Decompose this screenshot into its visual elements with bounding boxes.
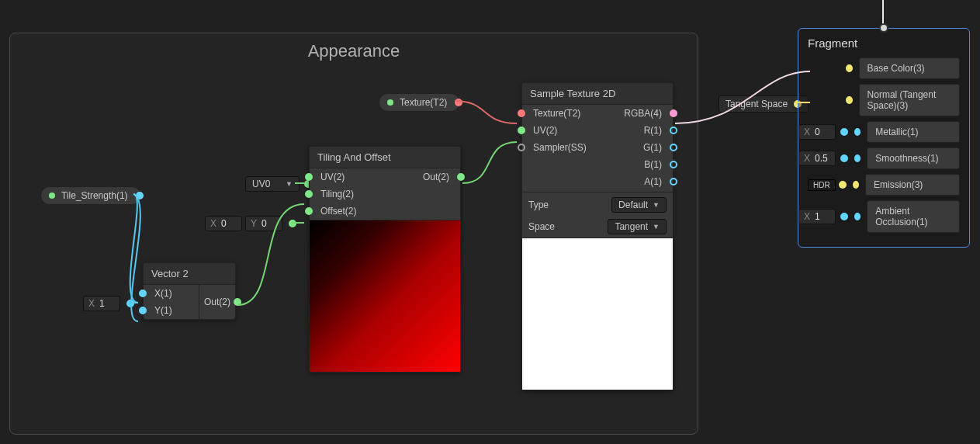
port-in-uv[interactable] <box>518 127 525 134</box>
field-value: 0 <box>221 218 237 229</box>
port-offset-ext[interactable] <box>289 220 296 227</box>
slot-metallic[interactable]: Metallic(1) <box>867 121 960 143</box>
node-header[interactable]: Sample Texture 2D <box>522 83 673 105</box>
port-master-context[interactable] <box>879 23 888 33</box>
property-tile-strength[interactable]: Tile_Strength(1) <box>40 186 141 205</box>
field-key: X <box>804 127 810 137</box>
field-label: Type <box>528 199 549 210</box>
port-in-base-color[interactable] <box>846 64 853 72</box>
dropdown-value: UV0 <box>252 179 270 189</box>
property-label: Texture(T2) <box>400 97 447 108</box>
field-key: X <box>88 298 95 309</box>
property-label: Tile_Strength(1) <box>61 190 128 201</box>
property-color-dot <box>387 99 393 106</box>
field-value: 1 <box>815 211 830 222</box>
dropdown-sample-space[interactable]: Tangent ▼ <box>608 219 667 234</box>
field-key: X <box>210 218 216 229</box>
port-label: RGBA(4) <box>624 108 662 119</box>
port-out-tiling[interactable] <box>457 173 465 181</box>
field-key: Y <box>251 218 257 229</box>
chip-tangent-space: Tangent Space <box>719 95 809 113</box>
port-label: Sampler(SS) <box>533 142 587 153</box>
slot-base-color[interactable]: Base Color(3) <box>859 57 960 79</box>
port-label: B(1) <box>644 159 662 170</box>
property-texture[interactable]: Texture(T2) <box>379 93 460 112</box>
port-out-rgba[interactable] <box>670 109 677 117</box>
badge-hdr[interactable]: HDR <box>808 179 836 191</box>
port-in-normal[interactable] <box>846 96 853 104</box>
port-out-g[interactable] <box>670 144 677 151</box>
port-in-ao[interactable] <box>854 213 861 220</box>
field-smoothness-default[interactable]: X 0.5 <box>798 151 836 166</box>
port-out-b[interactable] <box>670 161 677 168</box>
slot-emission[interactable]: Emission(3) <box>865 174 960 196</box>
node-sample-texture-2d[interactable]: Sample Texture 2D Texture(T2) RGBA(4) UV… <box>521 82 674 390</box>
node-preview <box>310 220 460 372</box>
port-in-sampler[interactable] <box>518 144 525 151</box>
field-label: Space <box>528 221 555 232</box>
field-value: 1 <box>99 298 115 309</box>
port-label: G(1) <box>643 142 662 153</box>
dropdown-value: Tangent <box>615 221 648 232</box>
port-pre-ao[interactable] <box>840 213 848 220</box>
dropdown-uv-channel[interactable]: UV0 ▼ <box>245 176 300 192</box>
field-ao-default[interactable]: X 1 <box>798 209 836 224</box>
port-in-metallic[interactable] <box>854 128 861 136</box>
port-in-smoothness[interactable] <box>854 154 861 162</box>
port-label: X(1) <box>154 288 172 299</box>
master-fragment[interactable]: Fragment Base Color(3) Normal (Tangent S… <box>798 28 970 248</box>
field-value: 0 <box>261 218 277 229</box>
port-in-x[interactable] <box>139 290 147 297</box>
chevron-down-icon: ▼ <box>653 223 660 231</box>
port-out-r[interactable] <box>670 127 677 134</box>
port-label: UV(2) <box>320 172 345 182</box>
node-vector2[interactable]: Vector 2 X(1) Y(1) Out(2) <box>143 262 236 320</box>
port-in-y[interactable] <box>139 307 147 314</box>
port-label: Y(1) <box>154 305 172 316</box>
group-title: Appearance <box>10 41 698 61</box>
node-tiling-and-offset[interactable]: Tiling And Offset UV(2) Out(2) Tiling(2)… <box>309 146 461 373</box>
chevron-down-icon: ▼ <box>653 201 660 209</box>
field-offset-x[interactable]: X 0 <box>205 216 242 231</box>
slot-smoothness[interactable]: Smoothness(1) <box>867 147 960 169</box>
port-in-uv[interactable] <box>305 173 313 181</box>
property-color-dot <box>49 193 55 199</box>
field-offset-y[interactable]: Y 0 <box>245 216 282 231</box>
port-pre-smoothness[interactable] <box>840 154 848 162</box>
port-label: Tiling(2) <box>320 189 354 199</box>
slot-normal[interactable]: Normal (Tangent Space)(3) <box>859 84 960 116</box>
node-preview <box>522 238 673 390</box>
port-in-emission[interactable] <box>853 181 859 189</box>
port-in-offset[interactable] <box>305 207 313 215</box>
port-in-tiling[interactable] <box>305 190 313 198</box>
port-out-tile-strength[interactable] <box>136 192 144 199</box>
port-pre-metallic[interactable] <box>840 128 848 136</box>
port-vector2-x-ext[interactable] <box>126 300 134 307</box>
node-header[interactable]: Vector 2 <box>144 263 235 285</box>
dropdown-sample-type[interactable]: Default ▼ <box>611 197 667 213</box>
port-pre-emission[interactable] <box>839 181 847 189</box>
chip-label: Tangent Space <box>725 99 788 109</box>
field-key: X <box>804 153 810 164</box>
port-label: UV(2) <box>533 125 557 136</box>
port-label: Out(2) <box>423 172 449 182</box>
field-vector2-x-external[interactable]: X 1 <box>83 296 120 311</box>
dropdown-value: Default <box>618 199 648 210</box>
field-value: 0.5 <box>815 153 830 164</box>
field-metallic-default[interactable]: X 0 <box>798 124 836 140</box>
chevron-down-icon: ▼ <box>286 180 293 188</box>
port-label: Offset(2) <box>320 206 356 217</box>
port-label: Texture(T2) <box>533 108 580 119</box>
port-label: R(1) <box>644 125 662 136</box>
node-header[interactable]: Tiling And Offset <box>310 147 460 168</box>
slot-ao[interactable]: Ambient Occlusion(1) <box>867 200 960 233</box>
field-value: 0 <box>815 127 830 137</box>
port-out-vector2[interactable] <box>234 298 241 306</box>
master-title: Fragment <box>808 36 960 50</box>
port-label: Out(2) <box>204 297 230 307</box>
port-in-texture[interactable] <box>518 109 525 117</box>
field-key: X <box>804 211 810 222</box>
port-out-a[interactable] <box>670 178 677 186</box>
port-label: A(1) <box>644 176 662 187</box>
